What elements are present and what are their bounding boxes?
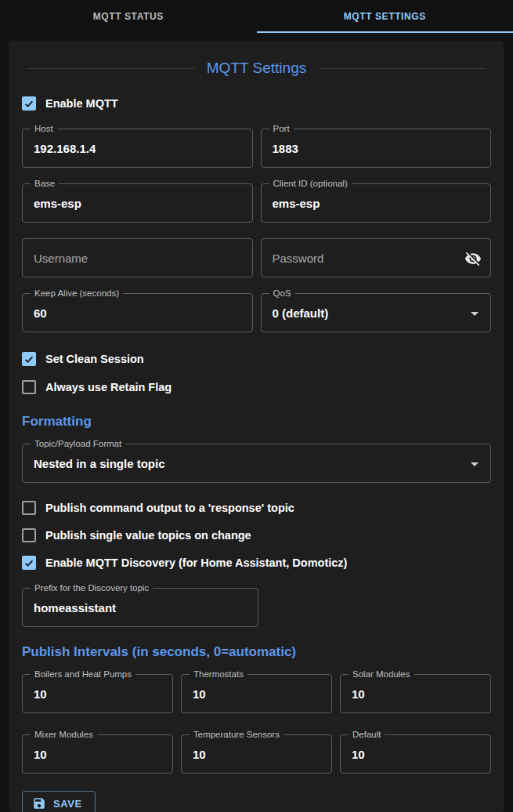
checkbox-check-icon <box>22 501 36 515</box>
checkbox-publish-single-value[interactable]: Publish single value topics on change <box>22 527 491 543</box>
topic-format-field-label: Topic/Payload Format <box>31 438 125 450</box>
checkbox-check-icon <box>22 380 36 394</box>
divider <box>319 68 485 69</box>
topic-format-select[interactable]: Topic/Payload Format Nested in a single … <box>22 444 491 483</box>
qos-select[interactable]: QoS 0 (default) <box>261 293 492 332</box>
interval-field-label: Temperature Sensors <box>190 729 284 741</box>
interval-boilers-input[interactable] <box>23 675 172 712</box>
interval-field-label: Default <box>349 729 385 741</box>
checkbox-set-clean-session[interactable]: Set Clean Session <box>22 351 491 367</box>
interval-field-label: Solar Modules <box>349 669 414 680</box>
save-button-label: SAVE <box>53 798 82 810</box>
base-input[interactable] <box>23 184 252 222</box>
discovery-prefix-input[interactable] <box>23 589 258 626</box>
interval-field-label: Mixer Modules <box>31 729 97 741</box>
password-field-wrap <box>261 238 492 277</box>
save-button[interactable]: SAVE <box>22 791 96 812</box>
section-header-formatting: Formatting <box>22 414 491 430</box>
interval-thermostats-field-wrap: Thermostats <box>181 674 332 713</box>
active-tab-indicator <box>257 31 513 33</box>
username-field-wrap <box>22 238 253 277</box>
interval-temperature-field-wrap: Temperature Sensors <box>181 734 332 774</box>
interval-temperature-input[interactable] <box>182 735 331 773</box>
port-field-label: Port <box>269 123 294 135</box>
checkbox-publish-response[interactable]: Publish command output to a 'response' t… <box>22 500 491 516</box>
host-input[interactable] <box>23 129 252 167</box>
tab-mqtt-status[interactable]: MQTT STATUS <box>0 0 257 33</box>
checkbox-check-icon <box>22 96 36 111</box>
title-row: MQTT Settings <box>22 41 491 77</box>
interval-mixer-field-wrap: Mixer Modules <box>22 734 173 774</box>
interval-field-label: Thermostats <box>190 669 247 680</box>
checkbox-label: Enable MQTT Discovery (for Home Assistan… <box>45 556 347 569</box>
port-input[interactable] <box>262 129 491 167</box>
section-header-publish-intervals: Publish Intervals (in seconds, 0=automat… <box>22 644 491 660</box>
checkbox-check-icon <box>22 352 36 366</box>
base-field-wrap: Base <box>22 183 253 223</box>
interval-default-field-wrap: Default <box>340 734 491 774</box>
settings-card: MQTT Settings Enable MQTT Host Port Base… <box>9 41 504 812</box>
port-field-wrap: Port <box>261 129 492 168</box>
intervals-grid: Boilers and Heat Pumps Thermostats Solar… <box>22 674 491 774</box>
checkbox-label: Enable MQTT <box>45 97 118 110</box>
discovery-prefix-field-wrap: Prefix for the Discovery topic <box>22 588 258 627</box>
password-input[interactable] <box>262 239 491 277</box>
discovery-prefix-field-label: Prefix for the Discovery topic <box>31 582 153 594</box>
checkbox-retain-flag[interactable]: Always use Retain Flag <box>22 379 491 395</box>
checkbox-label: Always use Retain Flag <box>45 381 172 393</box>
checkbox-check-icon <box>22 528 36 542</box>
checkbox-label: Publish single value topics on change <box>45 529 251 542</box>
visibility-off-icon[interactable] <box>464 249 482 268</box>
keep-alive-field-wrap: Keep Alive (seconds) <box>22 293 253 332</box>
checkbox-label: Set Clean Session <box>45 353 144 365</box>
base-field-label: Base <box>31 178 59 190</box>
host-field-label: Host <box>31 123 57 135</box>
tab-mqtt-settings[interactable]: MQTT SETTINGS <box>257 0 513 33</box>
interval-thermostats-input[interactable] <box>182 675 331 712</box>
interval-solar-input[interactable] <box>341 675 490 712</box>
divider <box>28 68 194 69</box>
qos-field-label: QoS <box>269 288 295 299</box>
interval-boilers-field-wrap: Boilers and Heat Pumps <box>22 674 173 713</box>
host-field-wrap: Host <box>22 129 253 168</box>
interval-field-label: Boilers and Heat Pumps <box>31 669 135 680</box>
keep-alive-input[interactable] <box>23 294 252 332</box>
checkbox-enable-mqtt[interactable]: Enable MQTT <box>22 96 491 111</box>
checkbox-label: Publish command output to a 'response' t… <box>45 502 294 514</box>
topic-format-selected-value: Nested in a single topic <box>23 457 176 470</box>
client-id-field-wrap: Client ID (optional) <box>261 183 492 223</box>
username-input[interactable] <box>23 239 252 277</box>
interval-default-input[interactable] <box>341 735 490 773</box>
interval-mixer-input[interactable] <box>23 735 172 773</box>
keep-alive-field-label: Keep Alive (seconds) <box>31 288 123 299</box>
interval-solar-field-wrap: Solar Modules <box>340 674 491 713</box>
client-id-input[interactable] <box>262 184 491 222</box>
tab-bar: MQTT STATUS MQTT SETTINGS <box>0 0 513 33</box>
save-icon <box>32 796 46 810</box>
client-id-field-label: Client ID (optional) <box>269 178 352 190</box>
qos-selected-value: 0 (default) <box>262 306 340 320</box>
checkbox-check-icon <box>22 556 36 570</box>
arrow-drop-down-icon <box>465 455 484 473</box>
arrow-drop-down-icon <box>465 304 484 323</box>
checkbox-enable-discovery[interactable]: Enable MQTT Discovery (for Home Assistan… <box>22 555 491 571</box>
page-title: MQTT Settings <box>207 60 306 77</box>
